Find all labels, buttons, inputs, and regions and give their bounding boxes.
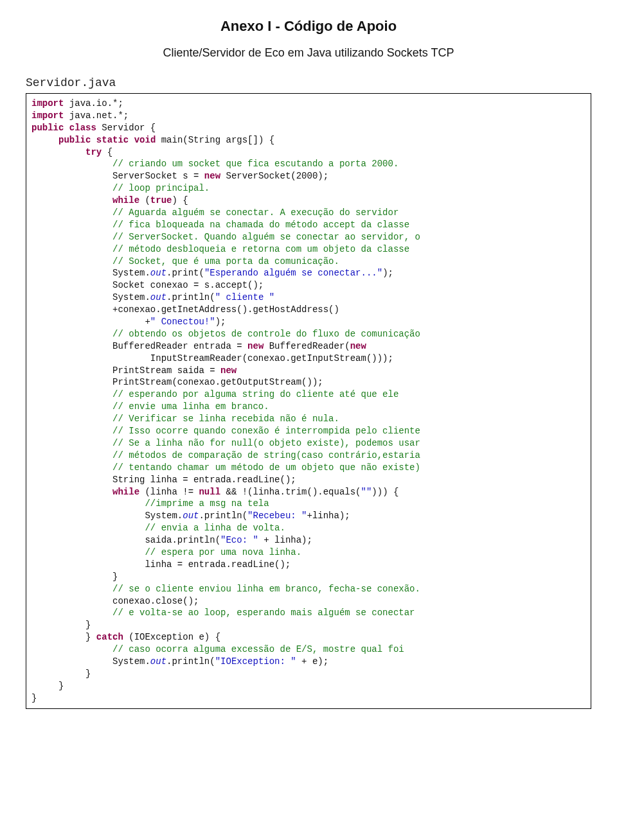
code-text: System.: [112, 656, 150, 667]
code-text: ServerSocket s =: [112, 171, 204, 181]
comment: // fica bloqueada na chamada do método a…: [112, 220, 409, 230]
string-literal: "Eco: ": [220, 535, 258, 545]
comment: // Aguarda alguém se conectar. A execuçã…: [112, 207, 398, 218]
keyword: void: [134, 135, 156, 145]
comment: // Isso ocorre quando conexão é interrom…: [112, 426, 420, 436]
static-field: out: [183, 511, 199, 521]
keyword: catch: [96, 632, 123, 642]
code-text: }: [112, 572, 118, 582]
comment: // métodos de comparação de string(caso …: [112, 450, 420, 460]
comment: // tentando chamar um método de um objet…: [112, 462, 420, 473]
code-block: import java.io.*; import java.net.*; pub…: [26, 93, 591, 709]
code-text: && !(linha.trim().equals(: [220, 487, 361, 497]
string-literal: " Conectou!": [150, 317, 215, 327]
code-text: ) {: [172, 195, 188, 206]
comment: // se o cliente enviou linha em branco, …: [112, 584, 420, 594]
code-text: java.net.*;: [64, 110, 129, 121]
static-field: out: [150, 656, 166, 667]
code-text: String linha = entrada.readLine();: [112, 475, 296, 485]
static-field: out: [150, 268, 166, 278]
code-text: saida.println(: [145, 535, 220, 545]
code-text: +linha);: [307, 511, 350, 521]
code-content: import java.io.*; import java.net.*; pub…: [31, 98, 586, 704]
static-field: out: [150, 292, 166, 302]
keyword: new: [204, 171, 220, 181]
comment: // esperando por alguma string do client…: [112, 389, 398, 399]
string-literal: "Esperando alguém se conectar...": [204, 268, 382, 278]
page-title: Anexo I - Código de Apoio: [26, 18, 591, 35]
string-literal: " cliente ": [215, 292, 274, 302]
code-text: (linha !=: [139, 487, 199, 497]
code-text: {: [102, 147, 112, 157]
comment: // ServerSocket. Quando alguém se conect…: [112, 232, 420, 242]
code-text: conexao.close();: [112, 596, 199, 606]
code-text: +conexao.getInetAddress().getHostAddress…: [112, 304, 339, 315]
page-subtitle: Cliente/Servidor de Eco em Java utilizan…: [26, 46, 591, 60]
code-text: .println(: [166, 656, 215, 667]
code-text: .print(: [166, 268, 204, 278]
keyword: try: [85, 147, 102, 157]
keyword: new: [247, 341, 264, 351]
code-text: ))) {: [371, 487, 398, 497]
comment: // obtendo os objetos de controle do flu…: [112, 329, 420, 339]
code-text: main(String args[]) {: [156, 135, 274, 145]
code-text: java.io.*;: [64, 98, 123, 109]
keyword: true: [150, 195, 172, 206]
file-name-label: Servidor.java: [26, 76, 591, 89]
comment: // envie uma linha em branco.: [112, 401, 269, 412]
comment: // criando um socket que fica escutando …: [112, 159, 398, 169]
string-literal: "Recebeu: ": [247, 511, 307, 521]
code-text: BufferedReader entrada =: [112, 341, 247, 351]
keyword: while: [112, 195, 139, 206]
code-text: System.: [112, 292, 150, 302]
code-text: );: [215, 317, 226, 327]
code-text: InputStreamReader(conexao.getInputStream…: [112, 353, 393, 363]
code-text: }: [85, 669, 91, 679]
keyword: null: [199, 487, 220, 497]
keyword: import: [31, 110, 64, 121]
string-literal: "IOException: ": [215, 656, 296, 667]
keyword: new: [220, 365, 237, 376]
code-text: }: [31, 693, 37, 703]
code-text: + linha);: [258, 535, 312, 545]
keyword: while: [112, 487, 139, 497]
keyword: static: [96, 135, 129, 145]
code-text: ServerSocket(2000);: [220, 171, 328, 181]
code-text: }: [58, 681, 64, 691]
keyword: class: [69, 123, 96, 133]
comment: // Verificar se linha recebida não é nul…: [112, 414, 339, 424]
comment: // método desbloqueia e retorna com um o…: [112, 244, 409, 254]
comment: //imprime a msg na tela: [145, 498, 269, 509]
code-text: +: [112, 317, 150, 327]
comment: // e volta-se ao loop, esperando mais al…: [112, 608, 415, 618]
code-text: PrintStream saida =: [112, 365, 220, 376]
string-literal: "": [361, 487, 372, 497]
code-text: );: [382, 268, 393, 278]
comment: // caso ocorra alguma excessão de E/S, m…: [112, 644, 404, 654]
comment: // Socket, que é uma porta da comunicaçã…: [112, 256, 339, 267]
code-text: linha = entrada.readLine();: [145, 559, 291, 570]
code-text: System.: [112, 268, 150, 278]
code-text: Socket conexao = s.accept();: [112, 280, 264, 290]
code-text: + e);: [296, 656, 328, 667]
code-text: .println(: [166, 292, 215, 302]
keyword: public: [31, 123, 64, 133]
comment: // espera por uma nova linha.: [145, 547, 301, 557]
code-text: (IOException e) {: [123, 632, 220, 642]
code-text: }: [85, 620, 91, 630]
code-text: System.: [145, 511, 183, 521]
code-text: BufferedReader(: [264, 341, 350, 351]
code-text: (: [139, 195, 150, 206]
comment: // Se a linha não for null(o objeto exis…: [112, 438, 420, 448]
code-text: Servidor {: [96, 123, 156, 133]
comment: // loop principal.: [112, 183, 210, 193]
code-text: .println(: [199, 511, 247, 521]
keyword: public: [58, 135, 91, 145]
comment: // envia a linha de volta.: [145, 523, 285, 533]
keyword: import: [31, 98, 64, 109]
code-text: PrintStream(conexao.getOutputStream());: [112, 377, 323, 387]
keyword: new: [350, 341, 366, 351]
code-text: }: [85, 632, 91, 642]
